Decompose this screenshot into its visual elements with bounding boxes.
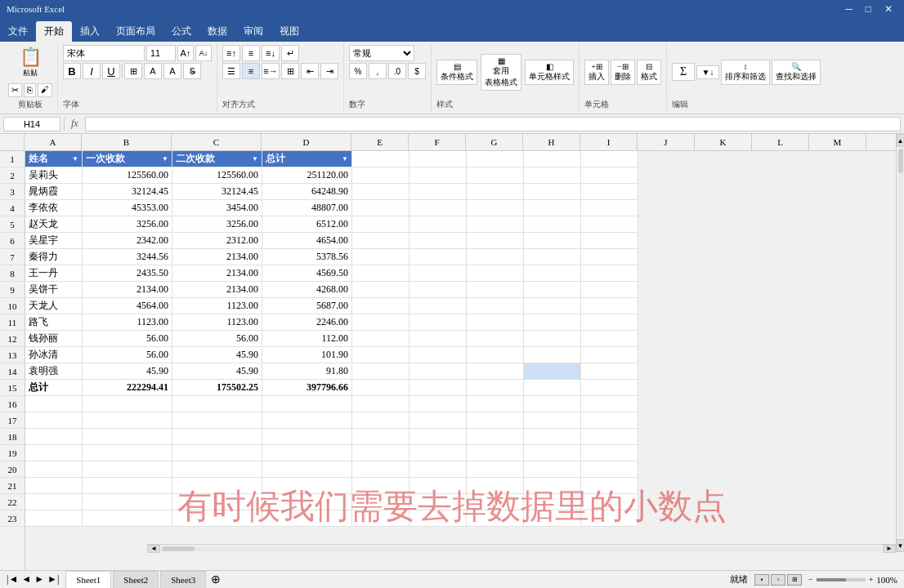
tab-review[interactable]: 审阅 — [235, 21, 271, 42]
cell-H18[interactable] — [524, 429, 581, 445]
cell-E22[interactable] — [352, 494, 409, 510]
cell-I22[interactable] — [581, 494, 638, 510]
cell-H21[interactable] — [524, 478, 581, 494]
close-btn[interactable]: ✕ — [879, 3, 897, 16]
tab-home[interactable]: 开始 — [36, 21, 72, 42]
cell-H17[interactable] — [524, 412, 581, 429]
indent-increase-button[interactable]: ⇥ — [320, 63, 338, 79]
merge-button[interactable]: ⊞ — [281, 63, 299, 79]
zoom-slider[interactable] — [817, 578, 866, 581]
cell-H7[interactable] — [524, 249, 581, 265]
cell-D19[interactable] — [262, 445, 352, 461]
cell-E3[interactable] — [352, 184, 409, 200]
cell-G11[interactable] — [467, 314, 524, 331]
cell-A21[interactable] — [25, 478, 83, 494]
cell-B23[interactable] — [83, 510, 172, 527]
cell-C12[interactable]: 56.00 — [172, 331, 262, 347]
cell-G10[interactable] — [467, 298, 524, 314]
paste-button[interactable]: 📋 粘贴 — [14, 45, 47, 80]
cell-E14[interactable] — [352, 363, 409, 380]
cell-F11[interactable] — [409, 314, 467, 331]
cell-C13[interactable]: 45.90 — [172, 347, 262, 363]
cell-A2[interactable]: 吴莉头 — [25, 167, 83, 184]
cell-G2[interactable] — [467, 167, 524, 184]
row-num-10[interactable]: 10 — [0, 298, 25, 314]
cell-G23[interactable] — [467, 510, 524, 527]
cell-A9[interactable]: 吴饼干 — [25, 282, 83, 298]
cell-G13[interactable] — [467, 347, 524, 363]
zoom-decrease-btn[interactable]: − — [808, 575, 813, 584]
sum-button[interactable]: Σ — [672, 63, 695, 81]
cell-G19[interactable] — [467, 445, 524, 461]
cell-D10[interactable]: 5687.00 — [262, 298, 352, 314]
cell-I5[interactable] — [581, 216, 638, 233]
cell-G21[interactable] — [467, 478, 524, 494]
cell-G18[interactable] — [467, 429, 524, 445]
cell-G1[interactable] — [467, 151, 524, 167]
cell-A22[interactable] — [25, 494, 83, 510]
cell-A5[interactable]: 赵天龙 — [25, 216, 83, 233]
cell-I13[interactable] — [581, 347, 638, 363]
cell-C3[interactable]: 32124.45 — [172, 184, 262, 200]
cell-F7[interactable] — [409, 249, 467, 265]
cell-I14[interactable] — [581, 363, 638, 380]
scroll-thumb[interactable] — [162, 546, 195, 551]
cell-B3[interactable]: 32124.45 — [83, 184, 172, 200]
row-num-20[interactable]: 20 — [0, 461, 25, 478]
cell-E17[interactable] — [352, 412, 409, 429]
sheet-tab-3[interactable]: Sheet3 — [160, 571, 206, 588]
bold-button[interactable]: B — [63, 63, 81, 79]
font-decrease-btn[interactable]: A↓ — [195, 45, 212, 61]
cell-G7[interactable] — [467, 249, 524, 265]
row-num-6[interactable]: 6 — [0, 233, 25, 249]
cell-E9[interactable] — [352, 282, 409, 298]
cell-F17[interactable] — [409, 412, 467, 429]
row-num-21[interactable]: 21 — [0, 478, 25, 494]
row-num-1[interactable]: 1 — [0, 151, 25, 167]
row-num-4[interactable]: 4 — [0, 200, 25, 216]
cell-H6[interactable] — [524, 233, 581, 249]
cell-H13[interactable] — [524, 347, 581, 363]
cell-D4[interactable]: 48807.00 — [262, 200, 352, 216]
cell-G3[interactable] — [467, 184, 524, 200]
cell-H12[interactable] — [524, 331, 581, 347]
cell-A13[interactable]: 孙冰清 — [25, 347, 83, 363]
row-num-7[interactable]: 7 — [0, 249, 25, 265]
cell-F19[interactable] — [409, 445, 467, 461]
cell-D21[interactable] — [262, 478, 352, 494]
cell-H8[interactable] — [524, 265, 581, 282]
formula-input[interactable] — [85, 117, 901, 131]
cell-E18[interactable] — [352, 429, 409, 445]
cell-D2[interactable]: 251120.00 — [262, 167, 352, 184]
dropdown-arrow-col1[interactable]: ▼ — [162, 155, 168, 163]
scroll-track[interactable] — [162, 546, 881, 551]
font-color-button[interactable]: A — [163, 63, 181, 79]
sheet-nav-last[interactable]: ►| — [47, 573, 59, 586]
cell-F16[interactable] — [409, 396, 467, 412]
cell-F1[interactable] — [409, 151, 467, 167]
cell-E23[interactable] — [352, 510, 409, 527]
cell-F14[interactable] — [409, 363, 467, 380]
cell-B8[interactable]: 2435.50 — [83, 265, 172, 282]
cell-I16[interactable] — [581, 396, 638, 412]
sheet-nav-next[interactable]: ► — [34, 573, 44, 586]
vertical-scrollbar[interactable]: ▲ ▼ — [896, 134, 904, 552]
cell-H15[interactable] — [524, 380, 581, 396]
cell-D11[interactable]: 2246.00 — [262, 314, 352, 331]
cell-G15[interactable] — [467, 380, 524, 396]
cell-F18[interactable] — [409, 429, 467, 445]
cell-F4[interactable] — [409, 200, 467, 216]
fill-color-button[interactable]: A — [144, 63, 162, 79]
v-scroll-thumb[interactable] — [898, 149, 903, 173]
add-sheet-btn[interactable]: ⊕ — [206, 571, 226, 588]
cell-I18[interactable] — [581, 429, 638, 445]
cell-C14[interactable]: 45.90 — [172, 363, 262, 380]
cell-I23[interactable] — [581, 510, 638, 527]
cell-A3[interactable]: 晁炳霞 — [25, 184, 83, 200]
cell-F20[interactable] — [409, 461, 467, 478]
percent-button[interactable]: % — [349, 63, 367, 79]
tab-insert[interactable]: 插入 — [72, 21, 108, 42]
cell-A23[interactable] — [25, 510, 83, 527]
cell-G17[interactable] — [467, 412, 524, 429]
cell-A10[interactable]: 天龙人 — [25, 298, 83, 314]
